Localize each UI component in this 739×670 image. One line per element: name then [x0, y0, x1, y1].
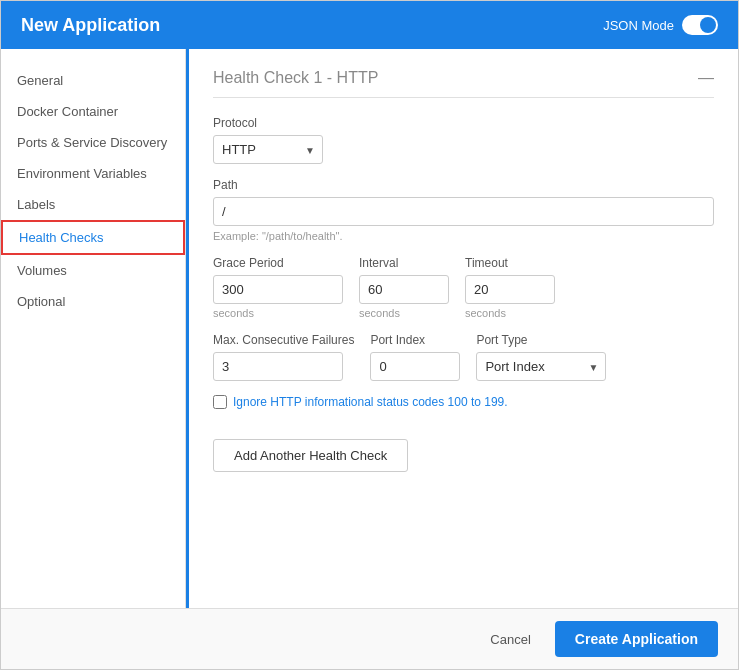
interval-group: Interval seconds	[359, 256, 449, 319]
cancel-button[interactable]: Cancel	[478, 624, 542, 655]
collapse-button[interactable]: —	[698, 69, 714, 87]
path-hint: Example: "/path/to/health".	[213, 230, 714, 242]
add-health-check-button[interactable]: Add Another Health Check	[213, 439, 408, 472]
checkbox-row: Ignore HTTP informational status codes 1…	[213, 395, 714, 409]
max-failures-group: Max. Consecutive Failures	[213, 333, 354, 381]
modal-footer: Cancel Create Application	[1, 608, 738, 669]
sidebar-item-general[interactable]: General	[1, 65, 185, 96]
port-index-input[interactable]	[370, 352, 460, 381]
protocol-label: Protocol	[213, 116, 714, 130]
modal-body: General Docker Container Ports & Service…	[1, 49, 738, 608]
sidebar-item-labels[interactable]: Labels	[1, 189, 185, 220]
port-type-label: Port Type	[476, 333, 606, 347]
protocol-group: Protocol HTTP HTTPS TCP Command	[213, 116, 714, 164]
grace-period-input[interactable]	[213, 275, 343, 304]
ignore-http-checkbox[interactable]	[213, 395, 227, 409]
sidebar: General Docker Container Ports & Service…	[1, 49, 186, 608]
grace-period-label: Grace Period	[213, 256, 343, 270]
sidebar-item-environment-variables[interactable]: Environment Variables	[1, 158, 185, 189]
timing-row: Grace Period seconds Interval seconds Ti…	[213, 256, 714, 319]
port-index-label: Port Index	[370, 333, 460, 347]
sidebar-item-volumes[interactable]: Volumes	[1, 255, 185, 286]
sidebar-item-ports-service[interactable]: Ports & Service Discovery	[1, 127, 185, 158]
json-mode-label: JSON Mode	[603, 18, 674, 33]
failures-row: Max. Consecutive Failures Port Index Por…	[213, 333, 714, 381]
port-type-select[interactable]: Port Index Port Number	[476, 352, 606, 381]
port-type-group: Port Type Port Index Port Number	[476, 333, 606, 381]
modal-title: New Application	[21, 15, 160, 36]
max-failures-input[interactable]	[213, 352, 343, 381]
grace-period-group: Grace Period seconds	[213, 256, 343, 319]
interval-label: Interval	[359, 256, 449, 270]
content-area: Health Check 1 - HTTP — Protocol HTTP HT…	[186, 49, 738, 608]
checkbox-label: Ignore HTTP informational status codes 1…	[233, 395, 508, 409]
protocol-select-wrapper: HTTP HTTPS TCP Command	[213, 135, 323, 164]
interval-unit: seconds	[359, 307, 449, 319]
path-label: Path	[213, 178, 714, 192]
json-mode-toggle-area[interactable]: JSON Mode	[603, 15, 718, 35]
sidebar-item-docker-container[interactable]: Docker Container	[1, 96, 185, 127]
section-title: Health Check 1 - HTTP	[213, 69, 378, 87]
timeout-input[interactable]	[465, 275, 555, 304]
modal-header: New Application JSON Mode	[1, 1, 738, 49]
timeout-unit: seconds	[465, 307, 555, 319]
json-mode-toggle[interactable]	[682, 15, 718, 35]
path-group: Path Example: "/path/to/health".	[213, 178, 714, 242]
grace-period-unit: seconds	[213, 307, 343, 319]
max-failures-label: Max. Consecutive Failures	[213, 333, 354, 347]
port-index-group: Port Index	[370, 333, 460, 381]
modal: New Application JSON Mode General Docker…	[0, 0, 739, 670]
sidebar-item-health-checks[interactable]: Health Checks	[1, 220, 185, 255]
timeout-group: Timeout seconds	[465, 256, 555, 319]
path-input[interactable]	[213, 197, 714, 226]
timeout-label: Timeout	[465, 256, 555, 270]
create-application-button[interactable]: Create Application	[555, 621, 718, 657]
port-type-select-wrapper: Port Index Port Number	[476, 352, 606, 381]
sidebar-item-optional[interactable]: Optional	[1, 286, 185, 317]
section-header: Health Check 1 - HTTP —	[213, 69, 714, 98]
interval-input[interactable]	[359, 275, 449, 304]
protocol-select[interactable]: HTTP HTTPS TCP Command	[213, 135, 323, 164]
